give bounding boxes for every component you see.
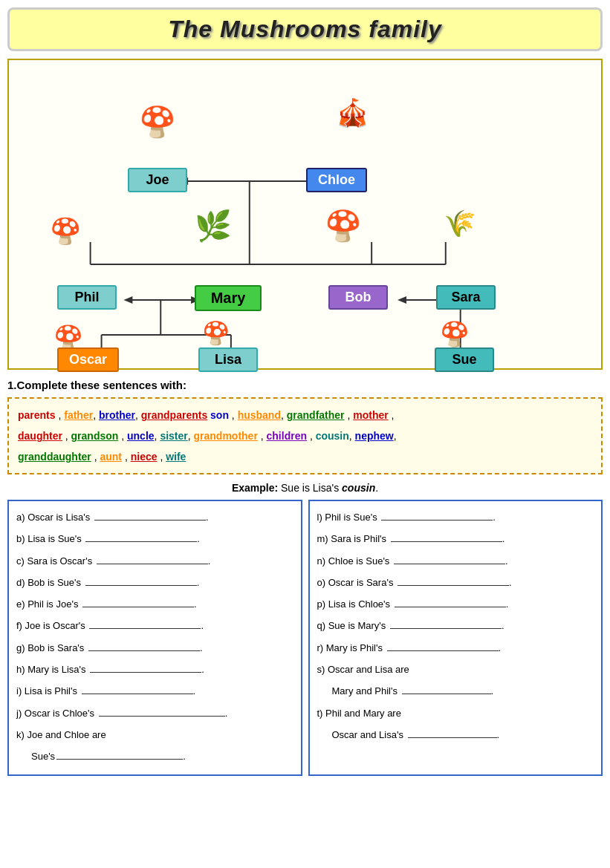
- mary-mushroom: 🌿: [195, 209, 232, 244]
- fill-r: [387, 650, 499, 651]
- fill-s: [402, 694, 491, 694]
- word-grandparents: grandparents: [141, 409, 207, 421]
- joe-label: Joe: [128, 168, 187, 192]
- word-sister: sister: [160, 430, 187, 442]
- mary-node: Mary: [195, 285, 262, 311]
- fill-o: [398, 585, 509, 586]
- word-children: children: [267, 430, 307, 442]
- q-d: d) Bob is Sue's .: [16, 572, 293, 593]
- word-grandmother: grandmother: [194, 430, 258, 442]
- q-p: p) Lisa is Chloe's .: [317, 594, 594, 614]
- lisa-label: Lisa: [198, 347, 258, 372]
- example-text: Sue is Lisa's cousin.: [281, 482, 378, 494]
- tree-connectors: [16, 71, 594, 361]
- phil-label: Phil: [57, 285, 117, 310]
- section-title: 1.Complete these sentences with:: [7, 379, 603, 391]
- sara-mushroom: 🌾: [444, 209, 476, 239]
- bob-node: Bob: [328, 285, 388, 310]
- title-banner: The Mushrooms family: [7, 7, 603, 51]
- section1: 1.Complete these sentences with: parents…: [7, 379, 603, 474]
- phil-mushroom: 🍄: [50, 216, 81, 246]
- mary-label: Mary: [195, 285, 262, 311]
- q-j: j) Oscar is Chloe's .: [16, 703, 293, 723]
- q-b: b) Lisa is Sue's .: [16, 529, 293, 549]
- q-o: o) Oscar is Sara's .: [317, 572, 594, 593]
- word-granddaughter: granddaughter: [18, 451, 91, 463]
- fill-b: [85, 541, 197, 542]
- sara-node: Sara: [436, 285, 496, 310]
- word-grandson: grandson: [71, 430, 119, 442]
- exercise-col-right: l) Phil is Sue's . m) Sara is Phil's . n…: [308, 500, 603, 776]
- sue-label: Sue: [435, 347, 494, 372]
- word-uncle: uncle: [127, 430, 155, 442]
- q-k1: k) Joe and Chloe are: [16, 725, 293, 745]
- joe-mushroom: 🍄: [139, 105, 176, 140]
- fill-k: [56, 759, 183, 760]
- joe-node: Joe: [128, 168, 187, 192]
- sue-node: Sue: [435, 347, 494, 372]
- chloe-node: Chloe: [306, 168, 367, 192]
- q-g: g) Bob is Sara's .: [16, 638, 293, 658]
- word-brother: brother: [99, 409, 135, 421]
- word-box: parents , father, brother, grandparents …: [7, 397, 603, 474]
- fill-t: [408, 737, 497, 738]
- example-label: Example:: [232, 482, 278, 494]
- tree-container: 🍄 🎪 Joe Chloe 🍄 🌿 🍄 🌾 Phil Mary Bob Sara…: [16, 71, 594, 361]
- family-tree-box: 🍄 🎪 Joe Chloe 🍄 🌿 🍄 🌾 Phil Mary Bob Sara…: [7, 59, 603, 370]
- page-title: The Mushrooms family: [168, 16, 442, 42]
- fill-f: [89, 628, 201, 629]
- fill-e: [82, 607, 194, 607]
- sara-label: Sara: [436, 285, 496, 310]
- q-c: c) Sara is Oscar's .: [16, 551, 293, 571]
- example-line: Example: Sue is Lisa's cousin.: [7, 482, 603, 494]
- q-m: m) Sara is Phil's .: [317, 529, 594, 549]
- word-mother: mother: [353, 409, 388, 421]
- word-parents: parents: [18, 409, 56, 421]
- word-daughter: daughter: [18, 430, 62, 442]
- fill-n: [394, 564, 505, 564]
- fill-h: [90, 672, 201, 673]
- bob-label: Bob: [328, 285, 388, 310]
- word-wife: wife: [166, 451, 186, 463]
- word-husband: husband: [238, 409, 281, 421]
- lisa-mushroom: 🍄: [202, 320, 230, 346]
- word-nephew: nephew: [355, 430, 394, 442]
- q-n: n) Chloe is Sue's .: [317, 551, 594, 571]
- lisa-node: Lisa: [198, 347, 258, 372]
- word-son: son: [210, 409, 229, 421]
- svg-marker-10: [123, 296, 132, 304]
- word-aunt: aunt: [100, 451, 122, 463]
- q-h: h) Mary is Lisa's .: [16, 659, 293, 679]
- fill-j: [99, 716, 225, 717]
- word-father: father: [64, 409, 93, 421]
- chloe-mushroom: 🎪: [336, 97, 369, 128]
- fill-l: [381, 520, 493, 521]
- word-grandfather: grandfather: [287, 409, 345, 421]
- exercise-container: a) Oscar is Lisa's . b) Lisa is Sue's . …: [7, 500, 603, 776]
- fill-g: [88, 650, 200, 651]
- q-f: f) Joe is Oscar's .: [16, 616, 293, 636]
- bob-mushroom: 🍄: [325, 209, 362, 244]
- fill-p: [395, 607, 506, 607]
- q-a: a) Oscar is Lisa's .: [16, 507, 293, 527]
- fill-c: [97, 564, 208, 564]
- q-t2: Oscar and Lisa's .: [332, 725, 594, 745]
- q-s2: Mary and Phil's .: [332, 681, 594, 701]
- chloe-label: Chloe: [306, 168, 367, 192]
- svg-marker-13: [398, 296, 406, 304]
- sue-mushroom: 🍄: [440, 320, 470, 348]
- q-s1: s) Oscar and Lisa are: [317, 659, 594, 679]
- fill-m: [391, 541, 502, 542]
- q-i: i) Lisa is Phil's .: [16, 681, 293, 701]
- q-q: q) Sue is Mary's .: [317, 616, 594, 636]
- fill-d: [85, 585, 197, 586]
- q-k2: Sue's.: [31, 746, 293, 766]
- q-r: r) Mary is Phil's .: [317, 638, 594, 658]
- word-niece: niece: [131, 451, 158, 463]
- phil-node: Phil: [57, 285, 117, 310]
- exercise-col-left: a) Oscar is Lisa's . b) Lisa is Sue's . …: [7, 500, 302, 776]
- word-cousin: cousin: [316, 430, 349, 442]
- oscar-node: Oscar: [57, 347, 119, 372]
- fill-q: [390, 628, 502, 629]
- q-t1: t) Phil and Mary are: [317, 703, 594, 723]
